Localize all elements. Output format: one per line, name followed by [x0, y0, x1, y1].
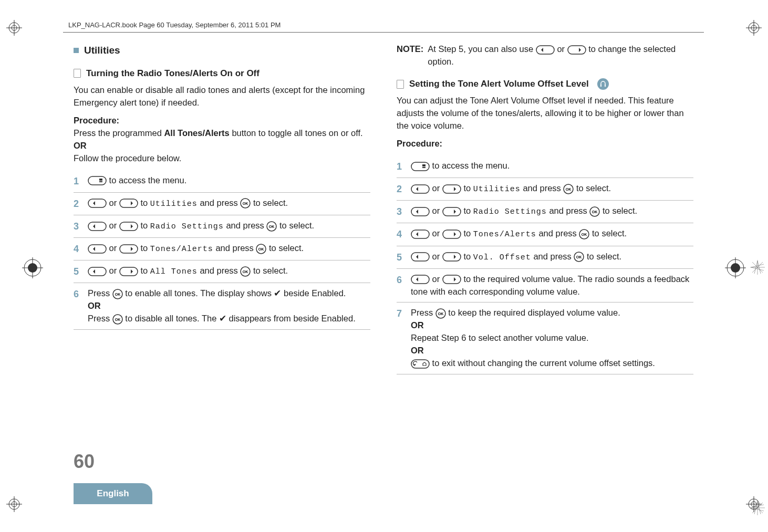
- svg-rect-78: [422, 164, 425, 166]
- ok-button-icon: OK: [579, 229, 589, 239]
- svg-marker-83: [454, 187, 456, 191]
- svg-rect-80: [411, 185, 429, 193]
- svg-rect-76: [605, 85, 606, 87]
- svg-text:OK: OK: [243, 202, 248, 205]
- step-body: or to Tones/Alerts and press OK to selec…: [411, 227, 693, 241]
- procedure-label: Procedure:: [397, 138, 693, 150]
- svg-rect-42: [99, 181, 102, 182]
- left-arrow-button-icon: [411, 184, 430, 194]
- step-number: 5: [397, 251, 404, 264]
- ok-button-icon: OK: [240, 266, 251, 277]
- svg-text:OK: OK: [582, 233, 587, 236]
- svg-rect-110: [411, 360, 429, 368]
- svg-marker-93: [416, 232, 418, 236]
- starburst-icon: [750, 260, 765, 275]
- right-arrow-button-icon: [119, 244, 138, 254]
- svg-rect-88: [443, 207, 461, 216]
- note-label: NOTE:: [397, 43, 423, 56]
- menu-button-icon: [88, 176, 107, 185]
- step-body: or to Radio Settings and press OK to sel…: [411, 205, 693, 218]
- header-text: LKP_NAG-LACR.book Page 60 Tuesday, Septe…: [68, 21, 704, 29]
- right-intro: You can adjust the Tone Alert Volume Off…: [397, 95, 693, 132]
- right-arrow-button-icon: [442, 230, 461, 239]
- svg-marker-52: [131, 224, 133, 228]
- svg-rect-100: [443, 253, 461, 261]
- svg-rect-61: [88, 267, 106, 276]
- left-intro: You can enable or disable all radio tone…: [74, 84, 370, 109]
- procedure-alt-text: Follow the procedure below.: [74, 152, 370, 165]
- svg-text:OK: OK: [115, 318, 121, 321]
- right-arrow-button-icon: [442, 252, 461, 262]
- document-icon: [74, 69, 81, 78]
- procedure-label: Procedure:: [74, 114, 370, 127]
- step-body: Press OK to keep the required displayed …: [411, 307, 693, 370]
- side-registration-icon: [22, 257, 43, 278]
- svg-marker-99: [416, 255, 418, 259]
- back-home-button-icon: [411, 359, 430, 369]
- left-arrow-button-icon: [411, 230, 430, 239]
- svg-rect-63: [120, 267, 138, 276]
- left-column: Utilities Turning the Radio Tones/Alerts…: [74, 43, 370, 374]
- svg-rect-41: [99, 179, 102, 181]
- section-title: Utilities: [84, 43, 120, 58]
- svg-text:OK: OK: [576, 255, 582, 259]
- step-number: 3: [397, 205, 404, 218]
- left-arrow-button-icon: [536, 45, 555, 55]
- svg-rect-75: [600, 85, 601, 87]
- ok-button-icon: OK: [589, 206, 600, 217]
- step-body: or to Tones/Alerts and press OK to selec…: [88, 242, 370, 255]
- header-rule: [63, 32, 704, 33]
- svg-rect-73: [568, 46, 586, 54]
- svg-rect-51: [120, 222, 138, 231]
- step-body: or to the required volume value. The rad…: [411, 273, 693, 298]
- step-number: 4: [397, 227, 404, 241]
- right-sub-title: Setting the Tone Alert Volume Offset Lev…: [409, 78, 589, 91]
- left-arrow-button-icon: [411, 275, 430, 284]
- step-body: or to All Tones and press OK to select.: [88, 265, 370, 278]
- svg-rect-94: [443, 230, 461, 238]
- step-body: Press OK to enable all tones. The displa…: [88, 287, 370, 325]
- svg-marker-101: [454, 255, 456, 259]
- document-icon: [397, 80, 404, 89]
- svg-rect-106: [443, 275, 461, 284]
- step-number: 1: [74, 174, 81, 188]
- svg-marker-105: [416, 277, 418, 281]
- svg-marker-81: [416, 187, 418, 191]
- ok-button-icon: OK: [112, 289, 123, 299]
- right-column: NOTE: At Step 5, you can also use or to …: [397, 43, 693, 374]
- svg-text:OK: OK: [258, 247, 264, 251]
- svg-text:OK: OK: [438, 312, 444, 316]
- svg-rect-77: [411, 162, 429, 171]
- svg-rect-86: [411, 207, 429, 216]
- svg-rect-49: [88, 222, 106, 231]
- ok-button-icon: OK: [574, 252, 584, 262]
- svg-rect-92: [411, 230, 429, 238]
- right-arrow-button-icon: [119, 267, 138, 276]
- svg-marker-107: [454, 277, 456, 281]
- step-number: 1: [397, 160, 404, 173]
- svg-marker-64: [131, 269, 133, 274]
- language-tab: English: [74, 483, 152, 504]
- step-number: 7: [397, 307, 404, 320]
- step-body: or to Vol. Offset and press OK to select…: [411, 251, 693, 264]
- ok-button-icon: OK: [112, 314, 123, 325]
- step-number: 4: [74, 242, 81, 256]
- step-number: 6: [74, 287, 81, 301]
- svg-text:OK: OK: [566, 187, 572, 191]
- svg-rect-82: [443, 185, 461, 193]
- left-arrow-button-icon: [88, 267, 107, 276]
- right-arrow-button-icon: [442, 207, 461, 216]
- left-sub-title: Turning the Radio Tones/Alerts On or Off: [86, 67, 260, 80]
- svg-rect-71: [536, 46, 554, 54]
- menu-button-icon: [411, 162, 430, 171]
- svg-marker-50: [93, 224, 95, 228]
- svg-marker-74: [579, 48, 581, 52]
- svg-text:OK: OK: [592, 210, 598, 214]
- right-arrow-button-icon: [119, 199, 138, 208]
- right-arrow-button-icon: [442, 275, 461, 284]
- svg-marker-87: [416, 210, 418, 214]
- ok-button-icon: OK: [256, 244, 266, 254]
- right-arrow-button-icon: [442, 184, 461, 194]
- section-bullet-icon: [74, 48, 79, 53]
- registration-mark-icon: [746, 20, 762, 36]
